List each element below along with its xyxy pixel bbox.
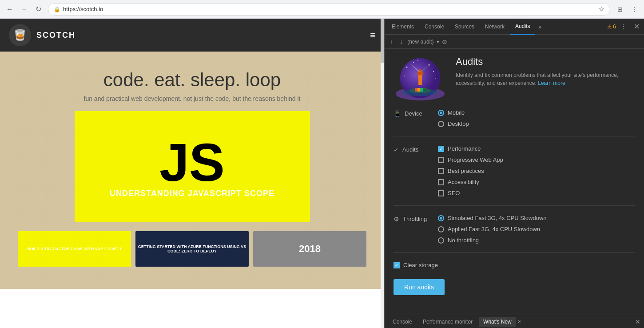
audit-accessibility-option[interactable]: Accessibility (438, 179, 635, 185)
hero-title: code. eat. sleep. loop (9, 69, 375, 91)
scotch-logo-icon: 🥃 (9, 24, 31, 46)
throttling-none-radio[interactable] (438, 237, 444, 244)
devtools-more-options[interactable]: ⋮ (619, 23, 628, 30)
toolbar-clear-icon[interactable]: ⊘ (442, 38, 447, 45)
audit-seo-checkbox[interactable] (438, 190, 444, 196)
bottom-tab-console[interactable]: Console (388, 317, 417, 327)
device-section: 📱 Device Mobile Desktop (394, 109, 635, 136)
audits-label: ✓ Audits (394, 145, 438, 196)
audit-accessibility-label: Accessibility (448, 179, 479, 185)
svg-point-3 (406, 67, 408, 68)
lighthouse-logo (394, 56, 447, 100)
toolbar-dropdown-icon[interactable]: ▾ (437, 39, 439, 45)
device-desktop-option[interactable]: Desktop (438, 120, 635, 127)
throttling-applied-option[interactable]: Applied Fast 3G, 4x CPU Slowdown (438, 226, 635, 232)
tab-sources[interactable]: Sources (449, 19, 480, 35)
svg-point-6 (433, 71, 434, 72)
audit-pwa-label: Progressive Web App (448, 156, 503, 163)
back-button[interactable]: ← (4, 3, 16, 16)
device-mobile-option[interactable]: Mobile (438, 109, 635, 116)
svg-point-4 (413, 62, 414, 63)
device-options: Mobile Desktop (438, 109, 635, 127)
svg-rect-11 (417, 72, 423, 75)
throttling-applied-label: Applied Fast 3G, 4x CPU Slowdown (448, 226, 540, 232)
svg-point-7 (404, 76, 405, 76)
audit-seo-option[interactable]: SEO (438, 190, 635, 196)
svg-point-8 (435, 78, 436, 79)
lock-icon: 🔒 (54, 6, 60, 12)
audit-performance-label: Performance (448, 145, 481, 152)
bottom-bar-close-button[interactable]: ✕ (635, 318, 640, 325)
extensions-button[interactable]: ⊞ (614, 3, 626, 16)
device-mobile-radio[interactable] (438, 110, 444, 116)
bottom-tab-whats-new[interactable]: What's New (479, 317, 516, 327)
devtools-toolbar: + ↓ (new audit) ▾ ⊘ (385, 35, 644, 49)
more-tabs-button[interactable]: » (535, 23, 544, 30)
lighthouse-description: Identify and fix common problems that af… (456, 71, 635, 87)
audit-accessibility-checkbox[interactable] (438, 179, 444, 185)
tab-network[interactable]: Network (480, 19, 510, 35)
device-label-text: Device (405, 110, 422, 117)
bottom-tab-performance-monitor[interactable]: Performance monitor (418, 317, 477, 327)
bottom-tab-close-icon[interactable]: × (518, 319, 521, 325)
audit-performance-option[interactable]: Performance (438, 145, 635, 152)
clear-storage-option[interactable]: Clear storage (394, 262, 635, 268)
lighthouse-info: Audits Identify and fix common problems … (456, 56, 635, 100)
devtools-content: Audits Identify and fix common problems … (385, 49, 644, 315)
scrollbar-thumb[interactable] (381, 19, 384, 63)
audit-pwa-checkbox[interactable] (438, 157, 444, 163)
scotch-navbar: 🥃 SCOTCH ≡ (0, 19, 384, 52)
clear-storage-label: Clear storage (403, 262, 438, 268)
hero-section: code. eat. sleep. loop fun and practical… (0, 52, 384, 289)
throttling-options: Simulated Fast 3G, 4x CPU Slowdown Appli… (438, 215, 635, 244)
throttling-applied-radio[interactable] (438, 226, 444, 232)
svg-rect-18 (417, 88, 420, 92)
url-text: https://scotch.io (63, 6, 596, 12)
browser-toolbar-buttons: ⊞ ⋮ (614, 3, 640, 16)
website-viewport: 🥃 SCOTCH ≡ code. eat. sleep. loop fun an… (0, 19, 384, 328)
warning-badge: ⚠ 6 (607, 24, 616, 30)
learn-more-link[interactable]: Learn more (538, 80, 565, 86)
tab-console[interactable]: Console (419, 19, 449, 35)
address-bar[interactable]: 🔒 https://scotch.io ☆ (48, 3, 610, 16)
audit-pwa-option[interactable]: Progressive Web App (438, 156, 635, 163)
throttling-simulated-radio[interactable] (438, 215, 444, 221)
device-icon: 📱 (394, 110, 401, 117)
devtools-close-button[interactable]: ✕ (631, 22, 642, 31)
audits-checkmark-icon: ✓ (394, 146, 399, 153)
bookmark-icon[interactable]: ☆ (598, 5, 604, 13)
devtools-tabs-right: ⚠ 6 ⋮ ✕ (607, 22, 642, 31)
featured-card-title: UNDERSTANDING JAVASCRIPT SCOPE (110, 189, 274, 198)
hamburger-icon[interactable]: ≡ (370, 30, 375, 40)
audit-performance-checkbox[interactable] (438, 146, 444, 152)
device-desktop-radio[interactable] (438, 121, 444, 127)
audits-label-text: Audits (402, 146, 418, 153)
device-label: 📱 Device (394, 109, 438, 127)
audits-options: Performance Progressive Web App Best pra… (438, 145, 635, 196)
toolbar-download-icon[interactable]: ↓ (398, 38, 405, 45)
audit-best-practices-option[interactable]: Best practices (438, 168, 635, 174)
tab-elements[interactable]: Elements (386, 19, 419, 35)
svg-point-9 (417, 60, 418, 61)
svg-rect-19 (420, 88, 423, 92)
main-area: 🥃 SCOTCH ≡ code. eat. sleep. loop fun an… (0, 19, 644, 328)
toolbar-back-icon[interactable]: + (388, 38, 395, 45)
refresh-button[interactable]: ↻ (32, 3, 44, 16)
tab-audits[interactable]: Audits (510, 19, 535, 35)
run-audits-button[interactable]: Run audits (394, 279, 445, 295)
throttling-simulated-option[interactable]: Simulated Fast 3G, 4x CPU Slowdown (438, 215, 635, 221)
throttling-gear-icon: ⚙ (394, 216, 399, 223)
menu-button[interactable]: ⋮ (628, 3, 640, 16)
audit-seo-label: SEO (448, 190, 460, 196)
forward-button[interactable]: → (18, 3, 30, 16)
clear-storage-checkbox[interactable] (394, 262, 400, 268)
scrollbar[interactable] (381, 19, 384, 328)
lighthouse-panel-title: Audits (456, 56, 635, 68)
audit-best-practices-checkbox[interactable] (438, 168, 444, 174)
throttling-label: ⚙ Throttling (394, 215, 438, 244)
new-audit-text: (new audit) (407, 39, 433, 45)
scotch-logo[interactable]: 🥃 SCOTCH (9, 24, 76, 46)
throttling-none-option[interactable]: No throttling (438, 237, 635, 244)
featured-card[interactable]: JS UNDERSTANDING JAVASCRIPT SCOPE (75, 111, 310, 222)
devtools-bottom-bar: Console Performance monitor What's New ×… (385, 315, 644, 328)
